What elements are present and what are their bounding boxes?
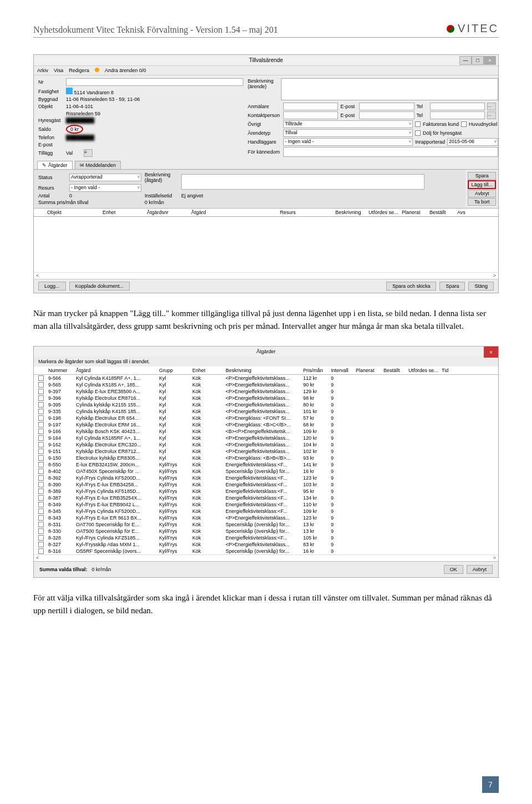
row-checkbox[interactable] bbox=[38, 402, 44, 408]
row-checkbox[interactable] bbox=[38, 422, 44, 428]
table-row[interactable]: 8-345Kyl-/Frys Cylinda KF5200D...Kyl/Fry… bbox=[34, 508, 498, 515]
table-row[interactable]: 9-335Cylinda kylskåp K4185 185...KylKök<… bbox=[34, 408, 498, 415]
refresh-icon[interactable] bbox=[95, 68, 99, 72]
gcol-enhet[interactable]: Enhet bbox=[192, 368, 226, 373]
menu-visa[interactable]: Visa bbox=[54, 68, 63, 73]
row-checkbox[interactable] bbox=[38, 495, 44, 501]
row-checkbox[interactable] bbox=[38, 482, 44, 487]
row-checkbox[interactable] bbox=[38, 475, 44, 481]
row-checkbox[interactable] bbox=[38, 469, 44, 474]
table-row[interactable]: 9-164Kyl Cylinda K5185RF A+, 1...KylKök<… bbox=[34, 435, 498, 441]
lagg-till-button[interactable]: Lägg till... bbox=[468, 180, 496, 189]
row-checkbox[interactable] bbox=[38, 409, 44, 414]
tel2-more-button[interactable]: ... bbox=[487, 111, 496, 119]
row-checkbox[interactable] bbox=[38, 502, 44, 507]
tabort-button[interactable]: Ta bort bbox=[468, 198, 496, 206]
huvud-checkbox[interactable] bbox=[461, 121, 467, 127]
logg-button[interactable]: Logg... bbox=[38, 282, 66, 291]
col-planerat[interactable]: Planerat bbox=[402, 210, 429, 215]
gcol-tid[interactable]: Tid bbox=[442, 368, 464, 373]
table-row[interactable]: 8-402OAT450X Speceriskåp för ...Kyl/Frys… bbox=[34, 468, 498, 475]
menu-arkiv[interactable]: Arkiv bbox=[37, 68, 48, 73]
minimize-button[interactable]: — bbox=[459, 56, 472, 65]
col-bestallt[interactable]: Beställt bbox=[429, 210, 457, 215]
row-checkbox[interactable] bbox=[38, 415, 44, 421]
avbryt-button[interactable]: Avbryt bbox=[468, 190, 496, 197]
row-checkbox[interactable] bbox=[38, 442, 44, 447]
table-row[interactable]: 9-162Kylskåp Electrolux ERC320...KylKök<… bbox=[34, 441, 498, 448]
table-row[interactable]: 8-328Kyl-/Frys Cylinda KFZ5185...Kyl/Fry… bbox=[34, 535, 498, 541]
epost2-input[interactable] bbox=[359, 103, 414, 110]
tab-meddelanden[interactable]: ✉Meddelanden bbox=[75, 161, 121, 169]
tel2-input[interactable] bbox=[430, 111, 485, 119]
stang-button[interactable]: Stäng bbox=[468, 282, 494, 291]
hscroll2[interactable]: <> bbox=[34, 554, 498, 561]
row-checkbox[interactable] bbox=[38, 375, 44, 381]
gcol-nummer[interactable]: Nummer bbox=[48, 368, 76, 373]
menu-redigera[interactable]: Redigera bbox=[69, 68, 89, 73]
avbryt2-button[interactable]: Avbryt bbox=[467, 565, 493, 574]
table-row[interactable]: 9-395Cylinda kylskåp K2155 155...KylKök<… bbox=[34, 401, 498, 408]
table-row[interactable]: 9-397Kylskåp E-lux ERE38500 A...KylKök<P… bbox=[34, 388, 498, 395]
close-button[interactable]: × bbox=[484, 56, 496, 65]
table-row[interactable]: 9-151Kylskåp Electrolux ER8712...KylKök<… bbox=[34, 448, 498, 455]
col-avs[interactable]: Avs bbox=[457, 210, 479, 215]
row-checkbox[interactable] bbox=[38, 382, 44, 388]
row-checkbox[interactable] bbox=[38, 488, 44, 494]
row-checkbox[interactable] bbox=[38, 435, 44, 441]
kopplade-button[interactable]: Kopplade dokument... bbox=[69, 282, 130, 291]
row-checkbox[interactable] bbox=[38, 449, 44, 454]
beskrivning-textarea[interactable] bbox=[281, 78, 498, 100]
ok-button[interactable]: OK bbox=[444, 565, 463, 574]
gcol-pris[interactable]: Pris/mån bbox=[303, 368, 331, 373]
col-resurs[interactable]: Resurs bbox=[280, 210, 335, 215]
col-beskrivning[interactable]: Beskrivning bbox=[335, 210, 369, 215]
close2-button[interactable]: × bbox=[484, 347, 498, 358]
row-checkbox[interactable] bbox=[38, 548, 44, 554]
col-enhet[interactable]: Enhet bbox=[103, 210, 147, 215]
table-row[interactable]: 9-566Kyl Cylinda K4185RF A+, 1...KylKök<… bbox=[34, 375, 498, 381]
table-row[interactable]: 8-389Kyl-/Frys Cylinda KF5185D...Kyl/Fry… bbox=[34, 488, 498, 495]
nr-input[interactable] bbox=[66, 78, 243, 86]
table-row[interactable]: 8-392Kyl-/Frys Cylinda KF5200D...Kyl/Fry… bbox=[34, 475, 498, 481]
col-objekt[interactable]: Objekt bbox=[47, 210, 103, 215]
arendetyp-select[interactable]: Tillval bbox=[283, 129, 413, 137]
table-row[interactable]: 8-330OAT500 Speceriskåp för E...Kyl/Frys… bbox=[34, 528, 498, 535]
besk2-textarea[interactable] bbox=[181, 174, 424, 190]
tel-more-button[interactable]: ... bbox=[487, 103, 496, 110]
row-checkbox[interactable] bbox=[38, 535, 44, 541]
inrapp-date[interactable]: 2015-05-06 bbox=[447, 138, 498, 146]
table-row[interactable]: 8-387Kyl-/Frys E-lux ERB35254X...Kyl/Fry… bbox=[34, 495, 498, 501]
row-checkbox[interactable] bbox=[38, 389, 44, 394]
faktureras-checkbox[interactable] bbox=[415, 121, 421, 127]
gcol-atgard[interactable]: Åtgärd bbox=[76, 368, 159, 373]
gcol-beskrivning[interactable]: Beskrivning bbox=[226, 368, 303, 373]
table-row[interactable]: 9-150Electrolux kylskåp ER8305...KylKök<… bbox=[34, 455, 498, 461]
handl-select[interactable]: - Ingen vald - bbox=[283, 138, 413, 146]
table-row[interactable]: 8-316OS5RF Speceriskåp (övers...Kyl/Frys… bbox=[34, 548, 498, 554]
table-row[interactable]: 8-331OAT700 Speceriskåp för E...Kyl/Frys… bbox=[34, 521, 498, 528]
maximize-button[interactable]: □ bbox=[472, 56, 484, 65]
col-atgard[interactable]: Åtgärd bbox=[191, 210, 280, 215]
row-checkbox[interactable] bbox=[38, 515, 44, 521]
table-row[interactable]: 9-166Kylskåp Bosch KSK 40423...KylKök<B>… bbox=[34, 428, 498, 435]
row-checkbox[interactable] bbox=[38, 528, 44, 534]
table-row[interactable]: 8-550E-lux ERB32415W, 200cm...Kyl/FrysKö… bbox=[34, 461, 498, 468]
gcol-intervall[interactable]: Intervall bbox=[331, 368, 356, 373]
spara-skicka-button[interactable]: Spara och skicka bbox=[386, 282, 437, 291]
gcol-bestallt[interactable]: Beställt bbox=[383, 368, 408, 373]
kontakt-input[interactable] bbox=[283, 111, 338, 119]
anmalare-input[interactable] bbox=[283, 103, 338, 110]
table-row[interactable]: 8-349Kyl-/Frys E-lux ERB9042 L...Kyl/Fry… bbox=[34, 501, 498, 508]
row-checkbox[interactable] bbox=[38, 522, 44, 527]
epost3-input[interactable] bbox=[359, 111, 414, 119]
gcol-grupp[interactable]: Grupp bbox=[159, 368, 192, 373]
table-row[interactable]: 9-197Kylskåp Electrolux ERM 16...KylKök<… bbox=[34, 421, 498, 428]
table-row[interactable]: 8-327Kyl-/Frysskåp Atlas MXM 1...Kyl/Fry… bbox=[34, 541, 498, 548]
table-row[interactable]: 9-198Kylskåp Electrolux ER 654...KylKök<… bbox=[34, 415, 498, 421]
row-checkbox[interactable] bbox=[38, 455, 44, 461]
col-atgardsnr[interactable]: Åtgärdsnr bbox=[147, 210, 191, 215]
menu-andra[interactable]: Andra ärenden 0/0 bbox=[105, 68, 146, 73]
spara-button-footer[interactable]: Spara bbox=[439, 282, 465, 291]
row-checkbox[interactable] bbox=[38, 462, 44, 467]
